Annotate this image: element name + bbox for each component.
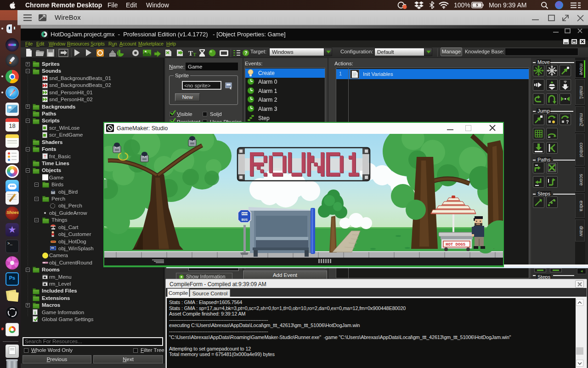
svg-text:BUS: BUS: [242, 218, 248, 222]
svg-text:T: T: [193, 52, 197, 57]
svg-text:T: T: [188, 50, 193, 57]
svg-text:?: ?: [566, 120, 569, 125]
svg-text:HOT DOGS: HOT DOGS: [446, 242, 466, 247]
svg-text:?: ?: [244, 50, 248, 56]
